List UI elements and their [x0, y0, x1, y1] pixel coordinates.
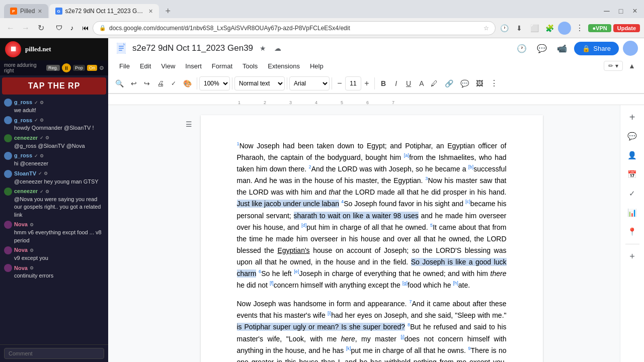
more-toolbar-btn[interactable]: ⋮ [487, 76, 501, 90]
browser-ext-icon[interactable]: 🧩 [543, 22, 556, 35]
link-btn[interactable]: 🔗 [442, 76, 456, 90]
bookmark-icon[interactable]: ☆ [484, 25, 489, 32]
side-icon-chat[interactable]: 💬 [624, 128, 640, 144]
forward-button[interactable]: → [19, 22, 32, 35]
tab-close-docs[interactable]: × [149, 7, 153, 15]
extension-icon-1[interactable]: 🛡 [53, 23, 64, 34]
username-nova-2[interactable]: Nova [14, 246, 28, 254]
side-icon-calendar[interactable]: 📅 [624, 166, 640, 183]
stream-pop-btn[interactable]: Pop [73, 65, 85, 71]
message-text-5: @ceneezer hey young man GTSY [4, 178, 104, 186]
toolbar-search-btn[interactable]: 🔍 [112, 76, 127, 90]
browser-download-icon[interactable]: ⬇ [513, 22, 526, 35]
underline-btn[interactable]: U [402, 76, 415, 90]
stream-pause-btn[interactable]: ⏸ [62, 63, 71, 72]
style-selector[interactable]: Normal text [234, 76, 285, 90]
menu-item-insert[interactable]: Insert [180, 60, 207, 72]
username-g_ross-2[interactable]: g_ross [14, 117, 32, 124]
username-ceneezer-2[interactable]: ceneezer [14, 188, 38, 195]
tab-docs[interactable]: G s2e72 9dN Oct 11_2023 Gen39... × [49, 4, 159, 18]
font-size-input[interactable] [345, 76, 361, 90]
doc-page: 1Now Joseph had been taken down to Egypt… [201, 115, 543, 362]
badge-nova-2: ⚙ [30, 247, 34, 254]
verse-1: 1 [237, 141, 239, 146]
menu-item-view[interactable]: View [156, 60, 180, 72]
menu-item-edit[interactable]: Edit [135, 60, 156, 72]
expand-btn[interactable]: ▲ [626, 60, 638, 72]
cloud-save-icon[interactable]: ☁ [272, 43, 283, 54]
side-icon-contacts[interactable]: 👤 [624, 147, 640, 163]
browser-profile-icon[interactable] [558, 22, 571, 35]
menu-item-format[interactable]: Format [207, 60, 237, 72]
chat-message-5: SloanTV ✓ ⚙ @ceneezer hey young man GTSY [0, 169, 108, 187]
star-icon[interactable]: ★ [257, 43, 268, 54]
badge-nova-3: ⚙ [30, 265, 34, 272]
stream-on-btn[interactable]: On [87, 65, 97, 71]
minimize-button[interactable]: ─ [600, 4, 614, 18]
tab-title-pilled: Pilled [20, 8, 35, 15]
maximize-button[interactable]: □ [614, 4, 628, 18]
side-icon-plus-apps[interactable]: + [624, 248, 640, 264]
vpn-button[interactable]: ●VPN [588, 24, 611, 32]
toolbar-print-btn[interactable]: 🖨 [154, 76, 167, 90]
message-text-4: hi @ceneezer [4, 160, 104, 167]
browser-menu-icon[interactable]: ⋮ [573, 22, 586, 35]
toolbar-redo-btn[interactable]: ↪ [141, 76, 153, 90]
menu-item-file[interactable]: File [114, 60, 135, 72]
side-icon-maps[interactable]: 📍 [624, 224, 640, 240]
tab-new-button[interactable]: + [161, 4, 175, 18]
menu-item-help[interactable]: Help [305, 60, 329, 72]
username-g_ross-1[interactable]: g_ross [14, 99, 32, 106]
username-g_ross-3[interactable]: g_ross [14, 152, 32, 159]
side-icon-add[interactable]: + [624, 109, 640, 125]
side-icon-tasks[interactable]: ✓ [624, 186, 640, 202]
extension-icon-3[interactable]: ⏮ [79, 23, 91, 34]
username-nova-1[interactable]: Nova [14, 221, 28, 228]
close-window-button[interactable]: × [628, 4, 642, 18]
side-icon-sheets[interactable]: 📊 [624, 205, 640, 221]
username-sloan-1[interactable]: SloanTV [14, 170, 36, 177]
browser-history-icon[interactable]: 🕐 [498, 22, 511, 35]
username-nova-3[interactable]: Nova [14, 264, 28, 272]
stream-settings-icon[interactable]: ⚙ [99, 65, 104, 71]
edit-mode-btn[interactable]: ✏ ▾ [604, 61, 623, 71]
list-icon-area[interactable]: ☰ [186, 115, 201, 352]
address-bar[interactable]: 🔒 docs.google.com/document/d/1nbv6S8_LxS… [93, 21, 496, 35]
text-color-btn[interactable]: A [416, 76, 427, 90]
comment-btn[interactable]: 💬 [457, 76, 472, 90]
back-button[interactable]: ← [4, 22, 17, 35]
extension-icon-2[interactable]: ♪ [66, 23, 77, 34]
font-selector[interactable]: Arial [289, 76, 330, 90]
menu-item-extensions[interactable]: Extensions [263, 60, 305, 72]
history-icon[interactable]: 🕐 [514, 40, 530, 56]
share-button[interactable]: 🔒 Share [574, 42, 619, 55]
font-size-decrease-btn[interactable]: − [334, 76, 345, 90]
username-ceneezer-1[interactable]: ceneezer [14, 134, 38, 142]
tab-pilled[interactable]: P Pilled × [4, 4, 48, 18]
zoom-selector[interactable]: 100% [199, 76, 230, 90]
comment-input[interactable] [4, 348, 104, 359]
docs-title[interactable]: s2e72 9dN Oct 11_2023 Gen39 [132, 43, 253, 53]
svg-rect-3 [119, 48, 124, 49]
user-avatar-docs[interactable] [623, 41, 638, 56]
tap-rp-banner[interactable]: TAP THE RP [2, 77, 106, 95]
toolbar-spellcheck-btn[interactable]: ✓ [168, 76, 179, 90]
stream-reg-btn[interactable]: Reg. [46, 65, 60, 71]
update-button[interactable]: Update [613, 24, 640, 32]
font-size-increase-btn[interactable]: + [361, 76, 372, 90]
address-text[interactable]: docs.google.com/document/d/1nbv6S8_LxSgA… [109, 25, 480, 32]
refresh-button[interactable]: ↻ [34, 22, 47, 35]
toolbar-paintformat-btn[interactable]: 🎨 [180, 76, 195, 90]
browser-screen-icon[interactable]: ⬜ [528, 22, 541, 35]
bold-btn[interactable]: B [377, 76, 390, 90]
menu-item-tools[interactable]: Tools [237, 60, 263, 72]
verse-9: 9 [468, 346, 470, 351]
chat-icon[interactable]: 💬 [534, 40, 550, 56]
image-btn[interactable]: 🖼 [473, 76, 486, 90]
highlight-btn[interactable]: 🖊 [428, 76, 441, 90]
user-avatar-ceneezer [4, 134, 12, 142]
toolbar-undo-btn[interactable]: ↩ [128, 76, 140, 90]
italic-btn[interactable]: I [391, 76, 401, 90]
tab-close-pilled[interactable]: × [38, 7, 42, 15]
meet-icon[interactable]: 📹 [554, 40, 570, 56]
